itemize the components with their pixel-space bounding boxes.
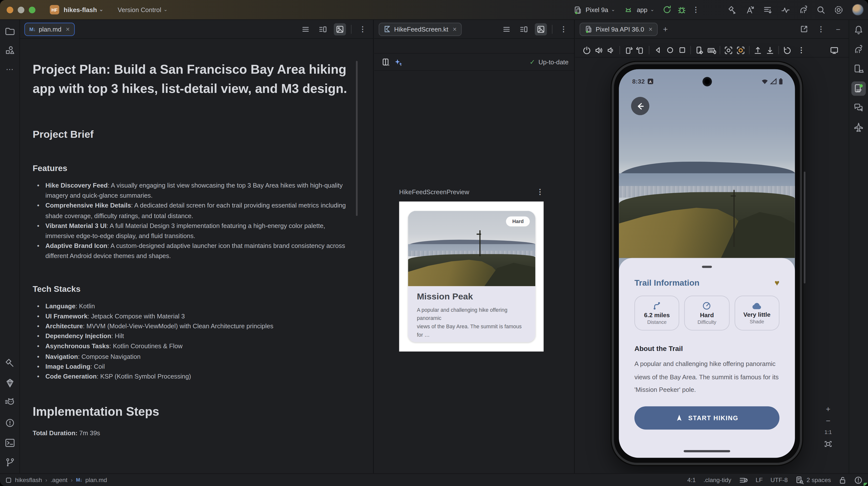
screen-record-icon[interactable] [735, 44, 747, 56]
close-tab-icon[interactable]: × [649, 25, 653, 33]
logcat-cat-icon[interactable] [2, 396, 17, 410]
breadcrumb-folder[interactable]: .agent [51, 477, 67, 483]
android-overview-icon[interactable] [676, 44, 688, 56]
tab-plan-md[interactable]: M↓ plan.md × [24, 23, 75, 36]
minimize-window-button[interactable] [18, 6, 24, 13]
zoom-out-icon[interactable]: − [826, 418, 830, 424]
close-window-button[interactable] [7, 6, 13, 13]
readonly-lock-icon[interactable] [839, 476, 846, 484]
run-configuration-selector[interactable]: app ⌄ [619, 3, 658, 16]
profiler-icon[interactable] [780, 4, 791, 15]
gradle-elephant-icon[interactable] [851, 43, 866, 57]
sync-translations-icon[interactable] [745, 4, 755, 15]
preview-layout-icon[interactable] [380, 56, 392, 68]
running-devices-icon[interactable] [851, 81, 866, 96]
zoom-in-icon[interactable]: + [826, 406, 830, 412]
power-icon[interactable] [581, 44, 593, 56]
preview-only-view-icon[interactable] [334, 23, 346, 35]
favorite-heart-icon[interactable]: ♥ [775, 278, 779, 287]
build-icon[interactable] [727, 4, 738, 15]
gradle-sync-icon[interactable] [798, 4, 809, 15]
run-more-options-icon[interactable]: ⋮ [690, 4, 702, 15]
tab-options-icon[interactable]: ⋮ [356, 23, 369, 35]
rotate-right-icon[interactable] [634, 44, 646, 56]
tab-hikefeedscreen-kt[interactable]: HikeFeedScreen.kt × [378, 23, 462, 36]
phone-screen[interactable]: 8:32 A Trail Information ♥ [619, 69, 795, 458]
line-separator-widget[interactable]: LF [755, 477, 763, 483]
rotate-left-icon[interactable] [622, 44, 634, 56]
debug-icon[interactable] [676, 4, 687, 15]
hike-title: Mission Peak [417, 292, 526, 302]
analyzer-widget[interactable]: .clang-tidy [703, 477, 731, 483]
build-tool-icon[interactable] [2, 356, 17, 370]
search-icon[interactable] [815, 4, 827, 15]
zoom-window-button[interactable] [29, 6, 35, 13]
editor-only-view-icon[interactable] [300, 23, 311, 35]
indent-widget[interactable]: 2 spaces [796, 476, 831, 484]
save-file-icon[interactable] [764, 44, 776, 56]
rerun-app-icon[interactable] [661, 4, 673, 15]
version-control-menu[interactable]: Version Control ⌄ [118, 6, 168, 13]
logcat-list-icon[interactable] [762, 4, 773, 15]
hike-card[interactable]: Hard Mission Peak A popular and challeng… [408, 211, 535, 342]
event-log-icon[interactable] [854, 476, 863, 484]
split-view-icon[interactable] [518, 23, 530, 35]
screenshot-icon[interactable] [722, 44, 735, 56]
device-manager-icon[interactable] [851, 62, 866, 77]
close-tab-icon[interactable]: × [66, 25, 70, 33]
code-view-icon[interactable] [500, 23, 513, 35]
preview-header: HikeFeedScreenPreview ⋮ [399, 187, 544, 196]
sheet-drag-handle[interactable] [702, 266, 712, 268]
snapshot-restore-icon[interactable] [781, 44, 793, 56]
close-tab-icon[interactable]: × [453, 25, 457, 33]
project-tool-icon[interactable] [2, 24, 17, 39]
tab-options-icon[interactable]: ⋮ [557, 23, 569, 35]
caret-position-widget[interactable]: 4:1 [687, 477, 696, 483]
breadcrumb-project[interactable]: hikesflash [15, 477, 42, 483]
fit-screen-icon[interactable] [825, 440, 832, 448]
device-selector[interactable]: Pixel 9a ⌄ [568, 3, 619, 16]
scrollbar-thumb[interactable] [804, 172, 805, 283]
device-settings-icon[interactable] [693, 44, 705, 56]
more-tool-windows-icon[interactable]: ⋯ [2, 62, 17, 77]
divider [552, 25, 552, 33]
android-back-icon[interactable] [652, 44, 664, 56]
preview-options-icon[interactable]: ⋮ [536, 187, 544, 196]
virtual-input-icon[interactable] [705, 44, 717, 56]
android-home-icon[interactable] [664, 44, 676, 56]
divider [778, 46, 779, 54]
terminal-icon[interactable] [2, 436, 17, 450]
gesture-navigation-bar[interactable] [684, 450, 730, 452]
hide-pane-icon[interactable]: − [832, 23, 844, 35]
push-file-icon[interactable] [752, 44, 764, 56]
encoding-widget[interactable]: UTF-8 [770, 477, 788, 483]
formatter-status-icon[interactable] [739, 476, 748, 484]
volume-up-icon[interactable] [593, 44, 605, 56]
settings-gear-icon[interactable] [833, 4, 844, 15]
back-button[interactable] [631, 97, 649, 115]
user-avatar[interactable] [852, 4, 864, 16]
open-in-window-icon[interactable] [798, 23, 810, 35]
emulator-more-icon[interactable]: ⋮ [798, 46, 805, 54]
gemini-gem-icon[interactable] [2, 376, 17, 390]
git-branch-icon[interactable] [2, 456, 17, 470]
notifications-bell-icon[interactable] [851, 23, 866, 37]
airplane-icon[interactable] [851, 120, 866, 134]
screenshot-stage: HF hikes-flash ⌄ Version Control ⌄ Pixel… [0, 0, 868, 486]
volume-down-icon[interactable] [605, 44, 617, 56]
preview-view-icon[interactable] [535, 23, 547, 35]
problems-icon[interactable] [2, 416, 17, 430]
scrollbar-thumb[interactable] [356, 61, 358, 216]
add-device-tab-icon[interactable]: + [663, 24, 668, 34]
resource-manager-icon[interactable] [2, 43, 17, 57]
split-view-icon[interactable] [317, 23, 329, 35]
breadcrumb-file[interactable]: plan.md [85, 477, 107, 483]
gemini-chat-icon[interactable] [851, 101, 866, 115]
list-item: Dependency Injection: Hilt [33, 331, 349, 341]
project-selector[interactable]: hikes-flash ⌄ [64, 6, 103, 13]
pane-options-icon[interactable]: ⋮ [815, 23, 827, 35]
gemini-sparkle-icon[interactable] [392, 56, 404, 68]
start-hiking-button[interactable]: START HIKING [634, 406, 779, 429]
tab-pixel-9a-emulator[interactable]: Pixel 9a API 36.0 × [580, 23, 657, 36]
external-display-icon[interactable] [830, 43, 839, 57]
